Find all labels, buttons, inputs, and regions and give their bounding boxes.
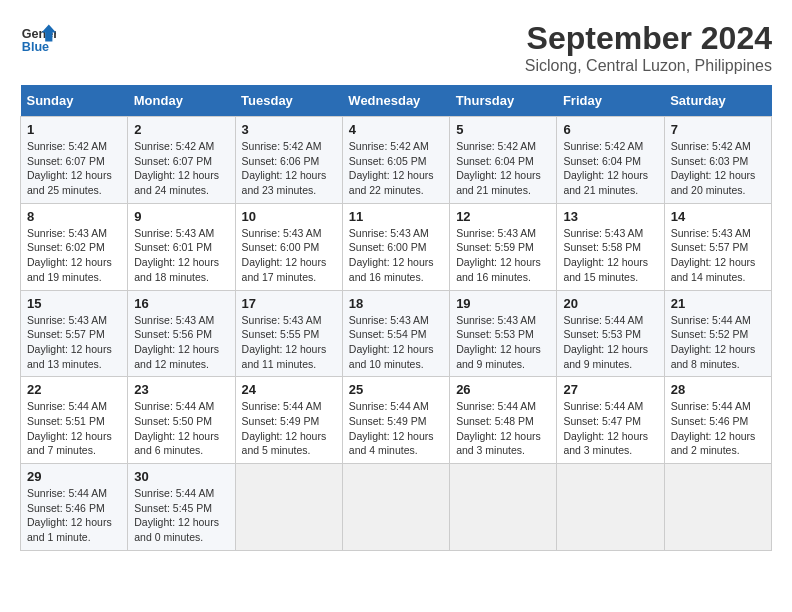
day-info: Sunrise: 5:44 AM Sunset: 5:52 PM Dayligh… [671, 313, 765, 372]
calendar-day-cell: 16Sunrise: 5:43 AM Sunset: 5:56 PM Dayli… [128, 290, 235, 377]
day-number: 21 [671, 296, 765, 311]
day-info: Sunrise: 5:43 AM Sunset: 6:00 PM Dayligh… [242, 226, 336, 285]
calendar-day-cell: 10Sunrise: 5:43 AM Sunset: 6:00 PM Dayli… [235, 203, 342, 290]
day-info: Sunrise: 5:43 AM Sunset: 6:01 PM Dayligh… [134, 226, 228, 285]
calendar-day-cell: 6Sunrise: 5:42 AM Sunset: 6:04 PM Daylig… [557, 117, 664, 204]
subtitle: Siclong, Central Luzon, Philippines [525, 57, 772, 75]
logo-icon: General Blue [20, 20, 56, 56]
calendar-day-cell: 9Sunrise: 5:43 AM Sunset: 6:01 PM Daylig… [128, 203, 235, 290]
day-info: Sunrise: 5:42 AM Sunset: 6:07 PM Dayligh… [134, 139, 228, 198]
calendar-day-cell: 3Sunrise: 5:42 AM Sunset: 6:06 PM Daylig… [235, 117, 342, 204]
calendar-day-cell: 4Sunrise: 5:42 AM Sunset: 6:05 PM Daylig… [342, 117, 449, 204]
calendar-week-row: 22Sunrise: 5:44 AM Sunset: 5:51 PM Dayli… [21, 377, 772, 464]
day-number: 24 [242, 382, 336, 397]
day-info: Sunrise: 5:44 AM Sunset: 5:50 PM Dayligh… [134, 399, 228, 458]
day-number: 2 [134, 122, 228, 137]
day-number: 9 [134, 209, 228, 224]
day-info: Sunrise: 5:44 AM Sunset: 5:53 PM Dayligh… [563, 313, 657, 372]
day-number: 25 [349, 382, 443, 397]
day-number: 17 [242, 296, 336, 311]
calendar-day-cell: 1Sunrise: 5:42 AM Sunset: 6:07 PM Daylig… [21, 117, 128, 204]
day-number: 15 [27, 296, 121, 311]
calendar-day-cell: 2Sunrise: 5:42 AM Sunset: 6:07 PM Daylig… [128, 117, 235, 204]
day-info: Sunrise: 5:42 AM Sunset: 6:06 PM Dayligh… [242, 139, 336, 198]
day-info: Sunrise: 5:43 AM Sunset: 5:57 PM Dayligh… [27, 313, 121, 372]
calendar-day-cell: 23Sunrise: 5:44 AM Sunset: 5:50 PM Dayli… [128, 377, 235, 464]
calendar-day-cell [557, 464, 664, 551]
column-header-friday: Friday [557, 85, 664, 117]
calendar-table: SundayMondayTuesdayWednesdayThursdayFrid… [20, 85, 772, 551]
calendar-day-cell: 24Sunrise: 5:44 AM Sunset: 5:49 PM Dayli… [235, 377, 342, 464]
day-number: 13 [563, 209, 657, 224]
calendar-day-cell: 20Sunrise: 5:44 AM Sunset: 5:53 PM Dayli… [557, 290, 664, 377]
calendar-day-cell: 8Sunrise: 5:43 AM Sunset: 6:02 PM Daylig… [21, 203, 128, 290]
calendar-day-cell: 29Sunrise: 5:44 AM Sunset: 5:46 PM Dayli… [21, 464, 128, 551]
calendar-day-cell: 26Sunrise: 5:44 AM Sunset: 5:48 PM Dayli… [450, 377, 557, 464]
day-number: 19 [456, 296, 550, 311]
day-info: Sunrise: 5:44 AM Sunset: 5:46 PM Dayligh… [671, 399, 765, 458]
column-header-monday: Monday [128, 85, 235, 117]
day-info: Sunrise: 5:42 AM Sunset: 6:04 PM Dayligh… [563, 139, 657, 198]
day-info: Sunrise: 5:44 AM Sunset: 5:45 PM Dayligh… [134, 486, 228, 545]
day-number: 12 [456, 209, 550, 224]
column-header-sunday: Sunday [21, 85, 128, 117]
calendar-day-cell: 11Sunrise: 5:43 AM Sunset: 6:00 PM Dayli… [342, 203, 449, 290]
day-number: 27 [563, 382, 657, 397]
calendar-day-cell: 19Sunrise: 5:43 AM Sunset: 5:53 PM Dayli… [450, 290, 557, 377]
day-info: Sunrise: 5:44 AM Sunset: 5:49 PM Dayligh… [349, 399, 443, 458]
calendar-day-cell: 15Sunrise: 5:43 AM Sunset: 5:57 PM Dayli… [21, 290, 128, 377]
calendar-day-cell: 5Sunrise: 5:42 AM Sunset: 6:04 PM Daylig… [450, 117, 557, 204]
day-number: 18 [349, 296, 443, 311]
day-number: 8 [27, 209, 121, 224]
day-info: Sunrise: 5:42 AM Sunset: 6:05 PM Dayligh… [349, 139, 443, 198]
calendar-day-cell: 28Sunrise: 5:44 AM Sunset: 5:46 PM Dayli… [664, 377, 771, 464]
day-info: Sunrise: 5:43 AM Sunset: 5:57 PM Dayligh… [671, 226, 765, 285]
header: General Blue September 2024 Siclong, Cen… [20, 20, 772, 75]
day-number: 26 [456, 382, 550, 397]
day-number: 22 [27, 382, 121, 397]
day-number: 23 [134, 382, 228, 397]
day-info: Sunrise: 5:43 AM Sunset: 5:53 PM Dayligh… [456, 313, 550, 372]
calendar-day-cell [450, 464, 557, 551]
day-info: Sunrise: 5:44 AM Sunset: 5:48 PM Dayligh… [456, 399, 550, 458]
day-info: Sunrise: 5:44 AM Sunset: 5:46 PM Dayligh… [27, 486, 121, 545]
calendar-week-row: 8Sunrise: 5:43 AM Sunset: 6:02 PM Daylig… [21, 203, 772, 290]
day-info: Sunrise: 5:42 AM Sunset: 6:07 PM Dayligh… [27, 139, 121, 198]
calendar-day-cell: 18Sunrise: 5:43 AM Sunset: 5:54 PM Dayli… [342, 290, 449, 377]
day-number: 28 [671, 382, 765, 397]
calendar-day-cell: 27Sunrise: 5:44 AM Sunset: 5:47 PM Dayli… [557, 377, 664, 464]
day-info: Sunrise: 5:42 AM Sunset: 6:04 PM Dayligh… [456, 139, 550, 198]
svg-text:Blue: Blue [22, 40, 49, 54]
day-info: Sunrise: 5:44 AM Sunset: 5:49 PM Dayligh… [242, 399, 336, 458]
calendar-day-cell: 13Sunrise: 5:43 AM Sunset: 5:58 PM Dayli… [557, 203, 664, 290]
day-number: 10 [242, 209, 336, 224]
calendar-body: 1Sunrise: 5:42 AM Sunset: 6:07 PM Daylig… [21, 117, 772, 551]
day-number: 11 [349, 209, 443, 224]
calendar-day-cell: 17Sunrise: 5:43 AM Sunset: 5:55 PM Dayli… [235, 290, 342, 377]
day-number: 5 [456, 122, 550, 137]
day-info: Sunrise: 5:43 AM Sunset: 5:56 PM Dayligh… [134, 313, 228, 372]
calendar-week-row: 29Sunrise: 5:44 AM Sunset: 5:46 PM Dayli… [21, 464, 772, 551]
day-number: 7 [671, 122, 765, 137]
calendar-day-cell: 12Sunrise: 5:43 AM Sunset: 5:59 PM Dayli… [450, 203, 557, 290]
day-info: Sunrise: 5:43 AM Sunset: 5:55 PM Dayligh… [242, 313, 336, 372]
day-number: 20 [563, 296, 657, 311]
column-header-wednesday: Wednesday [342, 85, 449, 117]
column-header-tuesday: Tuesday [235, 85, 342, 117]
day-number: 30 [134, 469, 228, 484]
day-info: Sunrise: 5:44 AM Sunset: 5:47 PM Dayligh… [563, 399, 657, 458]
calendar-header-row: SundayMondayTuesdayWednesdayThursdayFrid… [21, 85, 772, 117]
logo: General Blue [20, 20, 56, 56]
calendar-day-cell: 21Sunrise: 5:44 AM Sunset: 5:52 PM Dayli… [664, 290, 771, 377]
calendar-day-cell: 30Sunrise: 5:44 AM Sunset: 5:45 PM Dayli… [128, 464, 235, 551]
calendar-day-cell: 25Sunrise: 5:44 AM Sunset: 5:49 PM Dayli… [342, 377, 449, 464]
calendar-week-row: 1Sunrise: 5:42 AM Sunset: 6:07 PM Daylig… [21, 117, 772, 204]
column-header-saturday: Saturday [664, 85, 771, 117]
title-section: September 2024 Siclong, Central Luzon, P… [525, 20, 772, 75]
day-number: 16 [134, 296, 228, 311]
day-number: 29 [27, 469, 121, 484]
day-number: 3 [242, 122, 336, 137]
column-header-thursday: Thursday [450, 85, 557, 117]
main-title: September 2024 [525, 20, 772, 57]
calendar-day-cell: 7Sunrise: 5:42 AM Sunset: 6:03 PM Daylig… [664, 117, 771, 204]
